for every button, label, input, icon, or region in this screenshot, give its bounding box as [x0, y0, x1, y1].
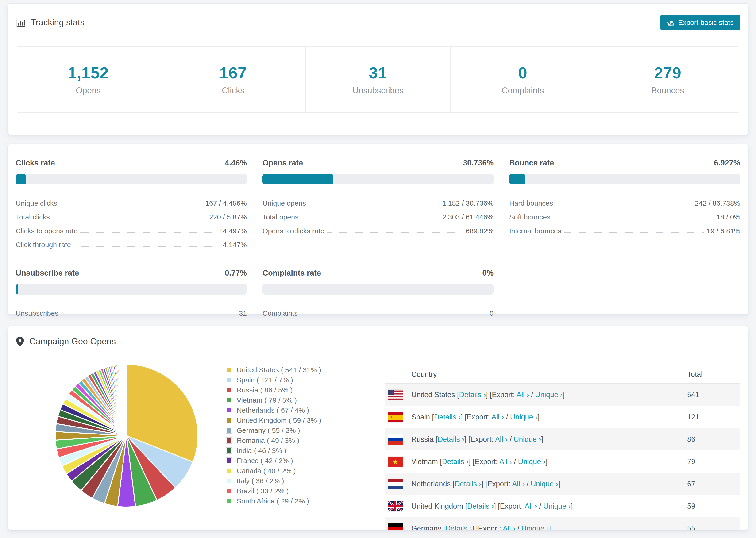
geo-card-header: Campaign Geo Opens	[16, 326, 740, 357]
country-cell: Netherlands [Details ›] [Export: All › /…	[411, 480, 560, 488]
stat-row: Soft bounces18 / 0%	[509, 207, 740, 221]
legend-item[interactable]: Romania ( 49 / 3% )	[226, 435, 357, 446]
export-all-link[interactable]: All ›	[503, 524, 515, 530]
legend-item[interactable]: Brazil ( 33 / 2% )	[226, 486, 357, 496]
export-all-link[interactable]: All ›	[512, 480, 524, 488]
country-cell: Germany [Details ›] [Export: All › / Uni…	[411, 524, 551, 530]
legend-item[interactable]: Canada ( 40 / 2% )	[226, 466, 357, 476]
legend-item[interactable]: South Africa ( 29 / 2% )	[226, 496, 357, 506]
tracking-stats-title-group: Tracking stats	[16, 18, 84, 27]
legend-item[interactable]: France ( 42 / 2% )	[226, 456, 357, 466]
legend-label: United Kingdom ( 59 / 3% )	[237, 416, 321, 424]
details-link[interactable]: Details ›	[467, 502, 494, 510]
country-cell: Vietnam [Details ›] [Export: All › / Uni…	[411, 457, 548, 466]
bounce-rate-progressbar	[509, 174, 740, 185]
unsubscribe-rate-title: Unsubscribe rate	[16, 269, 79, 278]
geo-table-header-country: Country	[411, 370, 437, 379]
legend-item[interactable]: India ( 46 / 3% )	[226, 446, 357, 456]
geo-body: United States ( 541 / 31% )Spain ( 121 /…	[16, 357, 740, 530]
geo-table-row: Vietnam [Details ›] [Export: All › / Uni…	[385, 451, 740, 473]
stat-opens: 1,152 Opens	[16, 47, 161, 112]
stat-complaints-value: 0	[518, 64, 527, 82]
geo-section-title: Campaign Geo Opens	[29, 337, 116, 347]
tracking-stats-header: Tracking stats Export basic stats	[16, 4, 740, 42]
complaints-rate-title: Complaints rate	[262, 269, 321, 278]
legend-label: Spain ( 121 / 7% )	[237, 376, 293, 384]
legend-item[interactable]: Netherlands ( 67 / 4% )	[226, 405, 357, 415]
clicks-rate-progressbar	[16, 174, 247, 185]
country-total: 121	[687, 413, 740, 421]
export-unique-link[interactable]: Unique ›	[531, 480, 558, 488]
country-total: 86	[687, 435, 740, 444]
rates-grid: Clicks rate 4.46% Unique clicks167 / 4.4…	[16, 152, 740, 331]
legend-item[interactable]: Spain ( 121 / 7% )	[226, 375, 357, 385]
stat-row: Internal bounces19 / 6.81%	[509, 221, 740, 235]
country-cell: Spain [Details ›] [Export: All › / Uniqu…	[411, 413, 540, 421]
stat-clicks-label: Clicks	[222, 86, 244, 95]
country-cell: Russia [Details ›] [Export: All › / Uniq…	[411, 435, 543, 444]
legend-item[interactable]: United Kingdom ( 59 / 3% )	[226, 415, 357, 425]
legend-item[interactable]: Germany ( 55 / 3% )	[226, 425, 357, 435]
clicks-rate-progress-fill	[16, 174, 26, 185]
export-unique-link[interactable]: Unique ›	[543, 502, 571, 510]
export-unique-link[interactable]: Unique ›	[510, 413, 537, 421]
legend-swatch	[226, 367, 232, 373]
map-pin-icon	[16, 337, 24, 347]
export-icon	[667, 19, 675, 27]
details-link[interactable]: Details ›	[459, 391, 486, 399]
details-link[interactable]: Details ›	[442, 457, 469, 466]
stat-opens-value: 1,152	[68, 64, 109, 82]
details-link[interactable]: Details ›	[455, 480, 481, 488]
export-all-link[interactable]: All ›	[524, 502, 537, 510]
legend-swatch	[226, 387, 232, 393]
country-total: 67	[687, 480, 740, 488]
export-unique-link[interactable]: Unique ›	[521, 524, 549, 530]
export-basic-stats-button[interactable]: Export basic stats	[660, 15, 740, 30]
legend-label: Canada ( 40 / 2% )	[237, 467, 296, 475]
stat-unsubscribes-value: 31	[369, 64, 387, 82]
summary-stats-box: 1,152 Opens 167 Clicks 31 Unsubscribes 0…	[16, 46, 740, 113]
export-all-link[interactable]: All ›	[495, 435, 508, 443]
details-link[interactable]: Details ›	[434, 413, 461, 421]
stat-complaints-label: Complaints	[502, 86, 544, 95]
legend-label: France ( 42 / 2% )	[237, 457, 293, 465]
country-total: 59	[687, 502, 740, 511]
tracking-stats-card: Tracking stats Export basic stats 1,152 …	[8, 3, 748, 135]
stat-bounces-label: Bounces	[651, 86, 684, 95]
geo-pie-chart[interactable]	[54, 363, 199, 509]
country-total: 541	[687, 391, 740, 399]
legend-item[interactable]: Vietnam ( 79 / 5% )	[226, 395, 357, 405]
stat-row: Complaints0	[262, 303, 494, 317]
details-link[interactable]: Details ›	[438, 435, 464, 443]
geo-table-header: Country Total	[385, 365, 740, 384]
legend-label: Netherlands ( 67 / 4% )	[237, 406, 309, 414]
export-unique-link[interactable]: Unique ›	[514, 435, 541, 443]
legend-item[interactable]: United States ( 541 / 31% )	[226, 365, 357, 375]
export-unique-link[interactable]: Unique ›	[535, 391, 563, 399]
stat-row: Hard bounces242 / 86.738%	[509, 193, 740, 207]
legend-swatch	[226, 498, 232, 504]
clicks-rate-title: Clicks rate	[16, 158, 55, 167]
legend-swatch	[226, 377, 232, 383]
legend-swatch	[226, 397, 232, 403]
export-all-link[interactable]: All ›	[516, 391, 529, 399]
country-cell: United States [Details ›] [Export: All ›…	[411, 391, 565, 399]
vn-flag-icon	[388, 457, 403, 467]
legend-label: Russia ( 86 / 5% )	[237, 386, 293, 394]
pie-slice[interactable]	[126, 364, 127, 436]
unsubscribe-rate-progressbar	[16, 284, 247, 295]
legend-label: Romania ( 49 / 3% )	[237, 437, 299, 445]
legend-item[interactable]: Italy ( 36 / 2% )	[226, 476, 357, 486]
export-unique-link[interactable]: Unique ›	[518, 457, 545, 466]
stat-opens-label: Opens	[76, 86, 101, 95]
details-link[interactable]: Details ›	[445, 524, 472, 530]
legend-item[interactable]: Russia ( 86 / 5% )	[226, 385, 357, 395]
geo-table-row: United States [Details ›] [Export: All ›…	[385, 384, 740, 406]
us-flag-icon	[388, 390, 403, 400]
export-all-link[interactable]: All ›	[491, 413, 504, 421]
opens-rate-percent: 30.736%	[463, 158, 494, 167]
legend-swatch	[226, 407, 232, 413]
rates-empty-cell	[509, 262, 740, 317]
geo-table-row: Russia [Details ›] [Export: All › / Uniq…	[385, 428, 740, 451]
export-all-link[interactable]: All ›	[499, 457, 512, 466]
